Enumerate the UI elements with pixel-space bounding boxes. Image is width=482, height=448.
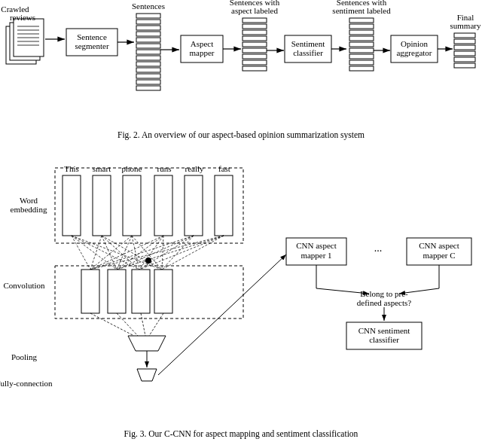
svg-rect-24 [136,56,160,60]
svg-text:Aspect: Aspect [191,39,214,48]
svg-rect-69 [454,33,475,38]
svg-rect-45 [243,66,267,71]
svg-text:This: This [64,164,79,173]
svg-rect-19 [136,26,160,30]
svg-rect-71 [454,45,475,50]
svg-rect-37 [243,18,267,23]
svg-rect-41 [243,42,267,47]
svg-text:Fig. 2. An overview of our asp: Fig. 2. An overview of our aspect-based … [117,130,365,140]
svg-line-136 [158,254,286,375]
svg-line-115 [117,236,194,270]
svg-rect-73 [454,57,475,62]
svg-rect-25 [136,62,160,66]
svg-text:CNN aspect: CNN aspect [419,241,459,250]
svg-rect-60 [349,60,374,65]
svg-text:classifier: classifier [369,335,399,344]
svg-line-113 [162,236,163,270]
svg-rect-43 [243,54,267,59]
svg-line-112 [139,236,163,270]
svg-rect-38 [243,24,267,29]
svg-rect-29 [136,86,160,90]
svg-marker-133 [128,336,166,351]
svg-rect-54 [349,24,374,29]
svg-line-104 [102,236,139,270]
svg-line-121 [162,236,224,270]
svg-line-118 [90,236,224,270]
figure3: Word embedding Convolution Pooling Fully… [0,149,482,444]
svg-rect-74 [454,63,475,68]
svg-point-122 [145,258,151,264]
svg-line-101 [72,236,162,270]
svg-rect-44 [243,60,267,65]
svg-text:classifier: classifier [293,48,323,57]
svg-rect-92 [93,175,111,236]
svg-text:embedding: embedding [11,205,47,214]
svg-marker-135 [137,369,157,381]
svg-rect-127 [132,270,150,313]
svg-rect-57 [349,42,374,47]
svg-rect-61 [349,66,374,71]
figure2: Crawled reviews Sentence segmenter Sente… [0,0,482,147]
svg-text:segmenter: segmenter [75,41,109,50]
svg-rect-96 [215,175,233,236]
svg-rect-58 [349,48,374,53]
svg-text:Sentiment: Sentiment [291,39,325,48]
svg-rect-72 [454,51,475,56]
svg-text:Convolution: Convolution [3,281,45,290]
svg-rect-125 [81,270,99,313]
svg-line-102 [90,236,102,270]
svg-rect-23 [136,50,160,54]
svg-text:phone: phone [122,164,142,173]
svg-text:fast: fast [218,164,230,173]
svg-text:mapper: mapper [190,48,215,57]
svg-rect-94 [154,175,172,236]
svg-line-106 [90,236,132,270]
svg-text:reviews: reviews [10,13,35,22]
svg-rect-95 [185,175,203,236]
svg-rect-18 [136,20,160,24]
svg-line-98 [72,236,90,270]
svg-rect-70 [454,39,475,44]
svg-rect-26 [136,68,160,72]
svg-rect-93 [123,175,141,236]
svg-text:Sentence: Sentence [77,32,107,41]
svg-line-131 [141,313,145,336]
svg-text:CNN sentiment: CNN sentiment [358,326,410,335]
svg-text:runs: runs [157,164,172,173]
svg-text:summary: summary [450,21,481,30]
svg-rect-128 [154,270,172,313]
svg-rect-91 [63,175,81,236]
svg-text:smart: smart [93,164,111,173]
svg-rect-53 [349,18,374,23]
svg-text:Fig. 3. Our C-CNN for aspect m: Fig. 3. Our C-CNN for aspect mapping and… [124,429,358,439]
svg-rect-17 [136,14,160,18]
svg-text:sentiment labeled: sentiment labeled [332,6,391,15]
svg-text:Opinion: Opinion [401,39,429,48]
svg-line-103 [102,236,117,270]
svg-text:Word: Word [20,196,38,205]
svg-line-100 [72,236,139,270]
diagram-container: Crawled reviews Sentence segmenter Sente… [0,0,482,448]
svg-rect-56 [349,36,374,41]
svg-rect-20 [136,32,160,36]
svg-rect-42 [243,48,267,53]
svg-rect-39 [243,30,267,35]
svg-text:Fully-connection: Fully-connection [0,379,53,388]
svg-rect-22 [136,44,160,48]
svg-text:aggregator: aggregator [396,48,432,57]
svg-text:...: ... [374,242,383,254]
svg-rect-40 [243,36,267,41]
svg-rect-28 [136,80,160,84]
svg-rect-27 [136,74,160,78]
svg-text:mapper C: mapper C [423,251,455,260]
svg-rect-126 [108,270,126,313]
svg-rect-59 [349,54,374,59]
svg-text:Pooling: Pooling [11,352,38,361]
svg-text:Sentences: Sentences [132,2,165,11]
svg-rect-55 [349,30,374,35]
svg-text:defined aspects?: defined aspects? [357,298,411,307]
svg-text:mapper 1: mapper 1 [300,251,331,260]
svg-text:CNN aspect: CNN aspect [296,241,336,250]
svg-text:aspect labeled: aspect labeled [231,6,278,15]
svg-text:really: really [185,164,204,173]
